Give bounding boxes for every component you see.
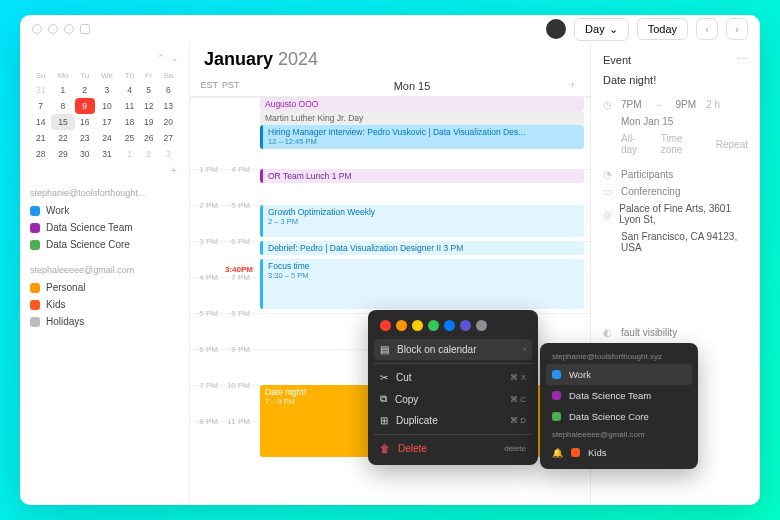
calendar-color-swatch: [552, 391, 561, 400]
mini-day[interactable]: 1: [51, 82, 74, 98]
color-option[interactable]: [380, 320, 391, 331]
mini-day[interactable]: 20: [158, 114, 179, 130]
color-option[interactable]: [444, 320, 455, 331]
mini-day[interactable]: 5: [140, 82, 158, 98]
event-block[interactable]: Focus time3:30 – 5 PM: [260, 259, 584, 309]
today-button[interactable]: Today: [637, 18, 688, 40]
mini-day[interactable]: 31: [95, 146, 119, 162]
calendar-item[interactable]: Work: [30, 202, 179, 219]
event-block[interactable]: Growth Optimization Weekly2 – 3 PM: [260, 205, 584, 237]
mini-day[interactable]: 19: [140, 114, 158, 130]
mini-day[interactable]: 17: [95, 114, 119, 130]
add-event-icon[interactable]: +: [570, 80, 590, 92]
menu-block-on-calendar[interactable]: ▤Block on calendar›: [374, 339, 532, 360]
event-block[interactable]: Debrief: Pedro | Data Visualization Desi…: [260, 241, 584, 255]
event-title[interactable]: Date night!: [603, 74, 748, 86]
mini-day[interactable]: 30: [75, 146, 95, 162]
mini-calendar[interactable]: SuMoTuWeThFrSa31123456789101112131415161…: [30, 69, 179, 162]
event-block[interactable]: Augusto OOO: [260, 97, 584, 111]
mini-day[interactable]: 1: [119, 146, 140, 162]
mini-day[interactable]: 15: [51, 114, 74, 130]
bell-icon: 🔔: [552, 448, 563, 458]
mini-day[interactable]: 4: [119, 82, 140, 98]
calendar-item[interactable]: Kids: [30, 296, 179, 313]
menu-cut[interactable]: ✂Cut⌘ X: [374, 367, 532, 388]
duplicate-icon: ⊞: [380, 415, 388, 426]
hour-est: 2 PM: [190, 201, 222, 210]
color-option[interactable]: [412, 320, 423, 331]
mini-day[interactable]: 31: [30, 82, 51, 98]
calendar-name: Data Science Team: [569, 390, 651, 401]
calendar-item[interactable]: Personal: [30, 279, 179, 296]
mini-day[interactable]: 11: [119, 98, 140, 114]
submenu-calendar[interactable]: 🔔Kids: [546, 442, 692, 463]
mini-day[interactable]: 7: [30, 98, 51, 114]
hour-pst: 6 PM: [222, 237, 254, 246]
calendar-item[interactable]: Data Science Team: [30, 219, 179, 236]
mini-day[interactable]: 25: [119, 130, 140, 146]
mini-day[interactable]: 6: [158, 82, 179, 98]
view-selector[interactable]: Day⌄: [574, 18, 629, 41]
menu-duplicate[interactable]: ⊞Duplicate⌘ D: [374, 410, 532, 431]
traffic-light-min[interactable]: [48, 24, 58, 34]
avatar[interactable]: [546, 19, 566, 39]
color-option[interactable]: [396, 320, 407, 331]
submenu-calendar[interactable]: Data Science Team: [546, 385, 692, 406]
mini-day[interactable]: 2: [140, 146, 158, 162]
traffic-light-max[interactable]: [64, 24, 74, 34]
chevron-right-icon: ›: [523, 345, 526, 354]
submenu-account: stephanie@toolsforthought.xyz: [546, 349, 692, 364]
event-time: 2 – 3 PM: [268, 217, 579, 226]
calendar-color-swatch: [30, 317, 40, 327]
event-block[interactable]: OR Team Lunch 1 PM: [260, 169, 584, 183]
submenu-calendar[interactable]: Work: [546, 364, 692, 385]
event-block[interactable]: Martin Luther King Jr. Day: [260, 111, 584, 125]
title-bar: Day⌄ Today ‹ ›: [20, 15, 760, 43]
color-option[interactable]: [476, 320, 487, 331]
mini-day[interactable]: 16: [75, 114, 95, 130]
mini-day[interactable]: 2: [75, 82, 95, 98]
submenu-calendar[interactable]: Data Science Core: [546, 406, 692, 427]
event-block[interactable]: Hiring Manager Interview: Pedro Vuskovic…: [260, 125, 584, 149]
mini-day[interactable]: 13: [158, 98, 179, 114]
mini-day[interactable]: 29: [51, 146, 74, 162]
mini-day[interactable]: 18: [119, 114, 140, 130]
hour-est: 7 PM: [190, 381, 222, 390]
mini-day[interactable]: 24: [95, 130, 119, 146]
month-title: January 2024: [190, 43, 590, 76]
mini-day[interactable]: 14: [30, 114, 51, 130]
mini-day[interactable]: 22: [51, 130, 74, 146]
tz-col-est: EST: [190, 80, 222, 92]
sidebar-toggle-icon[interactable]: [80, 24, 90, 34]
menu-copy[interactable]: ⧉Copy⌘ C: [374, 388, 532, 410]
menu-delete[interactable]: 🗑Deletedelete: [374, 438, 532, 459]
calendar-item[interactable]: Holidays: [30, 313, 179, 330]
mini-day[interactable]: 26: [140, 130, 158, 146]
mini-day[interactable]: 28: [30, 146, 51, 162]
person-icon: ◔: [603, 169, 615, 180]
mini-day[interactable]: 10: [95, 98, 119, 114]
prev-button[interactable]: ‹: [696, 18, 718, 40]
add-calendar-icon[interactable]: +: [30, 162, 179, 176]
mini-day[interactable]: 3: [158, 146, 179, 162]
mini-day[interactable]: 9: [75, 98, 95, 114]
mini-day[interactable]: 21: [30, 130, 51, 146]
color-picker-row: [374, 316, 532, 339]
calendar-item[interactable]: Data Science Core: [30, 236, 179, 253]
color-option[interactable]: [460, 320, 471, 331]
trash-icon: 🗑: [380, 443, 390, 454]
mini-day[interactable]: 27: [158, 130, 179, 146]
mini-day[interactable]: 3: [95, 82, 119, 98]
calendar-name: Data Science Core: [46, 239, 130, 250]
chevron-down-icon[interactable]: ⌄: [171, 53, 179, 63]
traffic-light-close[interactable]: [32, 24, 42, 34]
color-option[interactable]: [428, 320, 439, 331]
mini-day[interactable]: 8: [51, 98, 74, 114]
next-button[interactable]: ›: [726, 18, 748, 40]
submenu-account: stephaleeeee@gmail.com: [546, 427, 692, 442]
dow: Mo: [51, 69, 74, 82]
mini-day[interactable]: 23: [75, 130, 95, 146]
mini-day[interactable]: 12: [140, 98, 158, 114]
chevron-up-icon[interactable]: ⌃: [157, 53, 165, 63]
more-icon[interactable]: ⋯: [737, 53, 748, 66]
